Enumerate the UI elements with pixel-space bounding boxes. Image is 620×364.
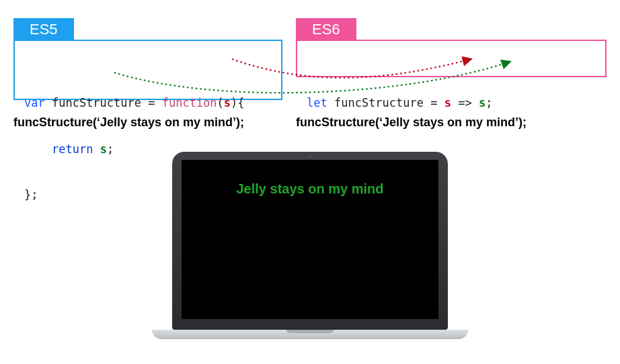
es5-code-panel: ES5 var funcStructure = function(s){ ret… — [13, 40, 282, 100]
laptop-notch — [286, 330, 334, 333]
es6-call-expression: funcStructure(‘Jelly stays on my mind’); — [296, 116, 527, 130]
camera-icon — [309, 155, 311, 158]
es5-brace: ){ — [231, 96, 244, 109]
es6-code-line1: let funcStructure = s => s; — [307, 95, 596, 111]
es5-text: funcStructure = — [45, 96, 162, 109]
es6-param-s: s — [444, 96, 451, 109]
es6-return-s: s — [479, 96, 486, 109]
es6-semi: ; — [486, 96, 492, 109]
es5-space — [93, 142, 100, 156]
output-text: Jelly stays on my mind — [237, 181, 384, 197]
es5-tab: ES5 — [13, 18, 74, 41]
es5-kw-function: function — [162, 96, 217, 109]
es5-semi: ; — [107, 142, 114, 156]
es5-code-line1: var funcStructure = function(s){ — [24, 95, 272, 111]
es5-paren: ( — [217, 96, 224, 109]
es5-indent — [24, 142, 52, 156]
es5-kw-return: return — [52, 142, 93, 156]
es6-arrow: => — [451, 96, 479, 109]
laptop-lid: Jelly stays on my mind — [172, 152, 448, 330]
es5-return-s: s — [100, 142, 107, 156]
es6-text: funcStructure = — [327, 96, 444, 109]
es6-kw-let: let — [307, 96, 327, 109]
es6-code-panel: ES6 let funcStructure = s => s; — [296, 40, 607, 77]
es5-tab-label: ES5 — [30, 19, 58, 40]
laptop-graphic: Jelly stays on my mind — [172, 152, 448, 339]
laptop-screen: Jelly stays on my mind — [182, 160, 438, 319]
es5-kw-var: var — [24, 96, 45, 109]
es5-call-expression: funcStructure(‘Jelly stays on my mind’); — [13, 116, 244, 130]
es6-tab: ES6 — [296, 18, 356, 41]
es5-param-s: s — [224, 96, 231, 109]
laptop-base — [152, 330, 468, 339]
es6-tab-label: ES6 — [312, 19, 340, 40]
